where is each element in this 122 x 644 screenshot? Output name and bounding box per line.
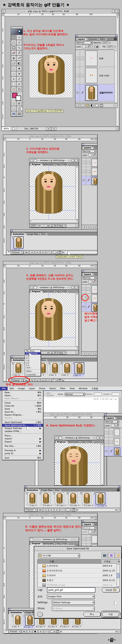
marquee-tool[interactable] [11,35,16,40]
tab-optimized[interactable]: Optimized [42,542,55,545]
frame-delay-select[interactable]: 0.1 sec. [36,626,47,628]
delete-frame-button[interactable] [71,508,76,512]
tab-2up[interactable]: 2-Up [54,290,62,293]
frame-delay-select[interactable]: 0.1 sec. [24,626,35,628]
menu-item-quit[interactable]: Quit⌘Q [2,456,43,460]
blend-mode-select[interactable]: Normal [76,41,92,44]
new-folder-button[interactable]: 새로운 [102,588,120,592]
play-button[interactable] [35,379,40,382]
menu-item-export[interactable]: Export▶ [2,440,43,443]
background-color-swatch[interactable] [16,96,21,101]
format-select[interactable]: Images Only [47,594,94,599]
menu-item-jump-to[interactable]: Jump To▶ [2,452,43,455]
step-back-button[interactable] [30,379,34,382]
animation-frame[interactable]: 4°°°0.1 sec. [66,492,80,507]
layer-mask-button[interactable] [81,104,85,107]
tab-4up[interactable]: 4-Up [61,542,69,545]
slice-tool[interactable] [16,45,22,50]
status-prev-button[interactable] [51,127,56,130]
clone-stamp-tool[interactable] [11,56,16,61]
frame-delay-select[interactable]: °°°0.1 sec. [40,504,52,506]
tab-slice[interactable]: Slice [40,232,48,236]
frame-delay-select[interactable]: 1 sec. [12,626,23,628]
frame-delay-select[interactable]: 0.5 sec. [72,626,83,628]
frame-delay-select[interactable]: °°°0.1 sec. [81,504,93,506]
layer-row-goldhair[interactable]: 금발머리여자 [76,84,115,102]
menu-item-save-optimized-as[interactable]: Save Optimized As...⌥⇧⌘S [2,424,43,427]
delete-layer-button[interactable] [99,104,103,107]
close-box[interactable] [30,286,33,289]
notes-tool[interactable] [11,82,16,87]
menu-item-no-delay[interactable]: No delay [25,350,40,352]
frame-delay-select[interactable]: 1 sec. [61,374,72,376]
animation-frame[interactable]: 20.1 sec. [23,614,35,628]
tab-animation[interactable]: Animation [11,232,26,236]
window-titlebar[interactable]: 금발 copy @ 300% (금발머리여자, RGB) [2,9,119,14]
layer-row-lips[interactable]: 입술 [76,50,115,67]
desktop-shortcut-button[interactable] [102,553,108,558]
hand-tool[interactable] [11,87,16,92]
lock-position-button[interactable] [91,45,94,48]
dodge-tool[interactable] [16,66,22,71]
tab-channels[interactable]: Channels [86,38,99,40]
rewind-button[interactable] [38,508,43,512]
canvas[interactable] [29,54,73,98]
tab-4up[interactable]: 4-Up [86,440,94,444]
fill-value[interactable]: 100% [107,46,114,48]
visibility-well[interactable] [76,57,79,60]
tween-button[interactable]: °°° [46,379,52,382]
recent-button[interactable] [115,553,122,558]
animation-frame[interactable]: 1 1 sec. [12,236,24,251]
jump-to-imageready-button[interactable] [16,111,22,116]
sort-direction-button[interactable] [118,560,120,564]
menu-item-0.2[interactable]: 0.2 [25,354,40,357]
height-field[interactable] [112,392,120,396]
blend-mode-select[interactable]: Normal [105,420,119,423]
width-field[interactable] [94,392,102,396]
play-button[interactable] [35,251,40,254]
layer-mask-button[interactable] [96,226,98,229]
blend-mode-select[interactable]: Normal [82,526,96,530]
menu-item-place[interactable]: Place... [2,434,43,437]
opacity-value[interactable]: 100% [102,42,109,44]
step-forward-button[interactable] [87,226,91,229]
layer-row-goldhair[interactable]: 금발머리여자 [82,302,98,312]
animation-frame[interactable]: 3°°°0.1 sec. [53,492,66,507]
list-vscrollbar[interactable] [116,564,120,587]
layer-thumbnail[interactable] [86,68,98,83]
tab-animation[interactable]: Animation [9,611,24,614]
frame-delay-select[interactable]: 1 sec. [12,374,24,376]
step-forward-button[interactable] [40,251,46,254]
magic-wand-tool[interactable] [16,40,22,45]
palette-vscrollbar[interactable] [114,50,118,104]
tab-layers[interactable]: Layers [82,522,94,526]
tab-2up[interactable]: 2-Up [54,542,62,545]
step-back-button[interactable] [82,226,86,229]
menu-item-close[interactable]: Close⌘W [2,402,43,404]
move-tool[interactable] [16,35,22,40]
animation-frame[interactable]: 11 sec. [12,362,24,376]
zoom-select[interactable]: 300% [30,224,40,227]
tab-layers[interactable]: Layers [76,38,87,40]
visibility-well[interactable] [76,74,79,77]
animation-frame[interactable]: 11 sec. [11,614,23,628]
pen-tool[interactable] [11,76,16,82]
step-forward-button[interactable] [38,630,44,633]
menu-window[interactable]: Window [77,387,90,390]
lock-transparency-button[interactable] [88,154,92,157]
animation-frame[interactable]: 51 sec. [60,362,72,376]
palette-drag-bar[interactable] [76,35,118,37]
step-back-button[interactable] [43,508,48,512]
layer-style-button[interactable]: ƒ [92,226,96,229]
tab-optimized[interactable]: Optimized [66,440,80,444]
column-date[interactable]: 수정일 [101,560,118,564]
lock-position-button[interactable] [96,154,98,157]
layer-row-lips[interactable]: 입술 [82,284,98,294]
lasso-tool[interactable] [11,40,16,45]
style-select[interactable]: Normal [64,393,85,396]
loop-select[interactable]: Forever [8,630,21,633]
menu-item-import[interactable]: Import▶ [2,437,43,440]
tab-layers[interactable]: Layers [82,146,94,149]
menu-item-revert[interactable]: Revert [2,416,43,420]
animation-frame[interactable]: 41 sec. [48,362,60,376]
